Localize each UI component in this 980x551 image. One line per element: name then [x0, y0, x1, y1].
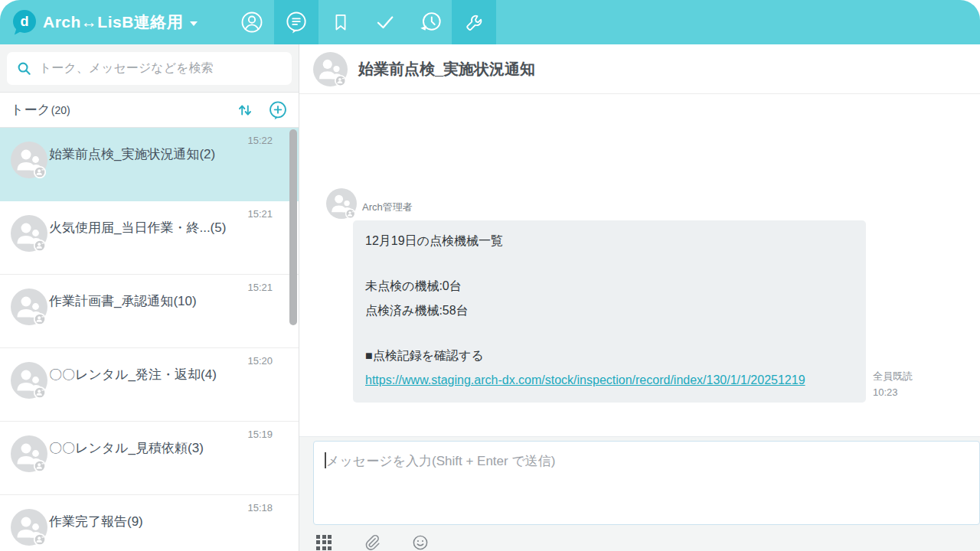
paperclip-icon [363, 533, 381, 551]
talk-list-item[interactable]: 火気使用届_当日作業・終...(5) 15:21 [0, 201, 299, 275]
message-input-placeholder: メッセージを入力(Shift + Enter で送信) [326, 454, 555, 468]
search-placeholder: トーク、メッセージなどを検索 [39, 60, 213, 77]
talk-list: 始業前点検_実施状況通知(2) 15:22 火気使用届_当日作業・終...(5)… [0, 128, 299, 551]
talk-list-item[interactable]: 作業計画書_承認通知(10) 15:21 [0, 275, 299, 348]
message-group: Arch管理者 12月19日の点検機械一覧 未点検の機械:0台 点検済み機械:5… [326, 188, 965, 403]
group-avatar [313, 52, 348, 86]
wrench-admin-icon [463, 11, 485, 34]
logo-letter: d [21, 15, 29, 28]
message-bubble: 12月19日の点検機械一覧 未点検の機械:0台 点検済み機械:58台 ■点検記録… [353, 220, 866, 403]
talks-count: (20) [51, 104, 70, 116]
talks-icon [285, 11, 308, 34]
group-avatar [11, 509, 47, 546]
smiley-icon [412, 534, 429, 551]
talk-time: 15:18 [247, 502, 273, 514]
topbar: d Arch↔LisB連絡用 [0, 0, 980, 44]
attach-file-button[interactable] [363, 533, 381, 551]
profile-icon [240, 11, 263, 34]
workspace-title: Arch↔LisB連絡用 [43, 11, 183, 33]
message-blank-line [365, 323, 854, 344]
message-line: 未点検の機械:0台 [365, 274, 854, 298]
inspection-record-link[interactable]: https://www.staging.arch-dx.com/stock/in… [365, 368, 854, 393]
talk-list-item[interactable]: 〇〇レンタル_発注・返却(4) 15:20 [0, 348, 299, 422]
talks-label: トーク [11, 101, 51, 119]
message-line: ■点検記録を確認する [365, 344, 854, 368]
search-icon [16, 60, 32, 77]
talk-list-item[interactable]: 作業完了報告(9) 15:18 [0, 495, 299, 551]
talk-title: 〇〇レンタル_見積依頼(3) [49, 440, 245, 458]
read-status: 全員既読 10:23 [873, 369, 913, 403]
talk-title: 作業計画書_承認通知(10) [49, 293, 245, 311]
talk-time: 15:21 [247, 208, 273, 220]
tasks-button[interactable] [363, 0, 407, 44]
stamp-grid-button[interactable] [316, 535, 332, 550]
content-area: トーク、メッセージなどを検索 トーク(20) [0, 44, 980, 551]
logo-bubble-icon: d [13, 10, 36, 33]
sort-arrows-icon [236, 101, 254, 119]
sidebar: トーク、メッセージなどを検索 トーク(20) [0, 44, 299, 551]
stamp-grid-icon [316, 535, 332, 550]
talks-header: トーク(20) [0, 93, 299, 128]
group-avatar [11, 215, 47, 252]
chevron-down-icon [190, 21, 198, 26]
chat-title: 始業前点検_実施状況通知 [358, 59, 535, 80]
emoji-button[interactable] [412, 534, 429, 551]
add-talk-icon [268, 100, 288, 120]
bookmark-icon [330, 11, 351, 33]
talk-list-item[interactable]: 始業前点検_実施状況通知(2) 15:22 [0, 128, 299, 201]
search-input[interactable]: トーク、メッセージなどを検索 [7, 52, 292, 85]
talk-title: 作業完了報告(9) [49, 514, 245, 531]
workspace-switcher[interactable]: Arch↔LisB連絡用 [43, 0, 198, 44]
composer-toolbar [313, 533, 980, 551]
message-line: 点検済み機械:58台 [365, 298, 854, 323]
talks-button[interactable] [274, 0, 318, 44]
group-avatar [11, 142, 47, 178]
new-talk-button[interactable] [268, 100, 288, 120]
composer: メッセージを入力(Shift + Enter で送信) [299, 436, 980, 551]
search-area: トーク、メッセージなどを検索 [0, 44, 299, 93]
talk-title: 火気使用届_当日作業・終...(5) [49, 220, 245, 237]
bookmark-button[interactable] [318, 0, 363, 44]
chat-header: 始業前点検_実施状況通知 [299, 44, 980, 94]
history-button[interactable] [407, 0, 452, 44]
message-line: 12月19日の点検機械一覧 [365, 229, 854, 253]
group-avatar [11, 362, 47, 399]
sort-talks-button[interactable] [236, 101, 254, 119]
chat-pane: 始業前点検_実施状況通知 Arch管理者 12月19日の点検機械一覧 未点検の機… [299, 44, 980, 551]
message-area: Arch管理者 12月19日の点検機械一覧 未点検の機械:0台 点検済み機械:5… [299, 94, 980, 436]
talk-time: 15:19 [247, 429, 273, 440]
talk-time: 15:20 [247, 355, 273, 367]
admin-tools-button[interactable] [452, 0, 496, 44]
talk-list-scrollbar[interactable] [289, 129, 297, 325]
talk-time: 15:21 [247, 282, 273, 293]
talk-time: 15:22 [247, 135, 273, 146]
talk-title: 始業前点検_実施状況通知(2) [49, 146, 245, 164]
group-avatar [11, 435, 47, 472]
profile-button[interactable] [230, 0, 274, 44]
talk-list-item[interactable]: 〇〇レンタル_見積依頼(3) 15:19 [0, 422, 299, 495]
read-status-label: 全員既読 [873, 369, 913, 385]
talk-title: 〇〇レンタル_発注・返却(4) [49, 367, 245, 384]
message-input[interactable]: メッセージを入力(Shift + Enter で送信) [313, 441, 980, 525]
message-sender: Arch管理者 [362, 188, 965, 214]
read-status-time: 10:23 [873, 385, 913, 401]
app-window: d Arch↔LisB連絡用 [0, 0, 980, 551]
message-history-icon [418, 11, 442, 34]
message-blank-line [365, 253, 854, 274]
group-avatar [11, 289, 47, 325]
sender-avatar [326, 188, 357, 219]
app-logo[interactable]: d [13, 10, 38, 34]
topbar-nav [230, 0, 496, 44]
task-check-icon [374, 11, 397, 34]
